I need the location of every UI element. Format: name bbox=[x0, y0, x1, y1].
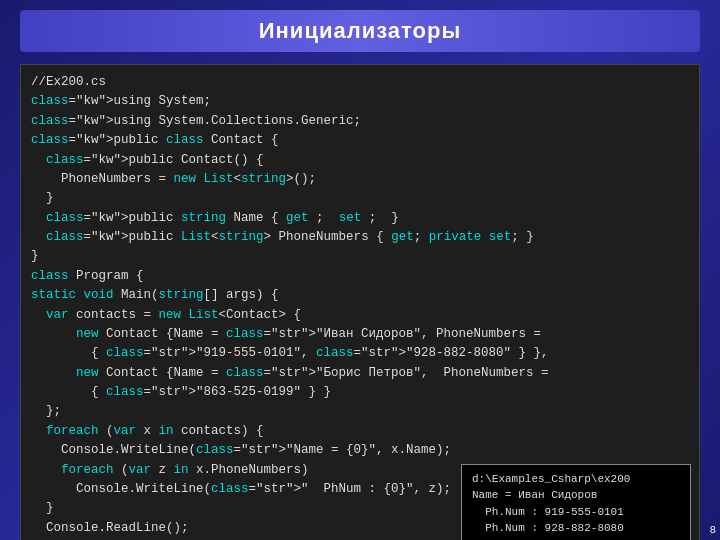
code-line: } bbox=[31, 247, 689, 266]
code-line: class="kw">public List<string> PhoneNumb… bbox=[31, 228, 689, 247]
code-line: { class="str">"863-525-0199" } } bbox=[31, 383, 689, 402]
slide: Инициализаторы //Ex200.csclass="kw">usin… bbox=[0, 0, 720, 540]
code-line: var contacts = new List<Contact> { bbox=[31, 306, 689, 325]
code-line: new Contact {Name = class="str">"Иван Си… bbox=[31, 325, 689, 344]
code-block: //Ex200.csclass="kw">using System;class=… bbox=[20, 64, 700, 540]
code-line: new Contact {Name = class="str">"Борис П… bbox=[31, 364, 689, 383]
code-line: Console.WriteLine(class="str">"Name = {0… bbox=[31, 441, 689, 460]
code-line: { class="str">"919-555-0101", class="str… bbox=[31, 344, 689, 363]
code-line: class Program { bbox=[31, 267, 689, 286]
slide-title: Инициализаторы bbox=[259, 18, 461, 43]
code-line: }; bbox=[31, 402, 689, 421]
code-line: class="kw">public class Contact { bbox=[31, 131, 689, 150]
code-line: PhoneNumbers = new List<string>(); bbox=[31, 170, 689, 189]
output-lines: Name = Иван Сидоров Ph.Num : 919-555-010… bbox=[472, 487, 680, 540]
page-number: 8 bbox=[709, 524, 716, 536]
code-line: //Ex200.cs bbox=[31, 73, 689, 92]
code-line: class="kw">using System.Collections.Gene… bbox=[31, 112, 689, 131]
content-area: //Ex200.csclass="kw">using System;class=… bbox=[20, 64, 700, 540]
output-line: Name = Иван Сидоров bbox=[472, 487, 680, 504]
code-line: class="kw">using System; bbox=[31, 92, 689, 111]
output-line: Ph.Num : 928-882-8080 bbox=[472, 520, 680, 537]
output-box: d:\Examples_Csharp\ex200 Name = Иван Сид… bbox=[461, 464, 691, 540]
output-line: Ph.Num : 919-555-0101 bbox=[472, 504, 680, 521]
code-line: class="kw">public Contact() { bbox=[31, 151, 689, 170]
code-line: static void Main(string[] args) { bbox=[31, 286, 689, 305]
code-line: } bbox=[31, 189, 689, 208]
output-header: d:\Examples_Csharp\ex200 bbox=[472, 471, 680, 488]
title-bar: Инициализаторы bbox=[20, 10, 700, 52]
code-line: class="kw">public string Name { get ; se… bbox=[31, 209, 689, 228]
code-line: foreach (var x in contacts) { bbox=[31, 422, 689, 441]
